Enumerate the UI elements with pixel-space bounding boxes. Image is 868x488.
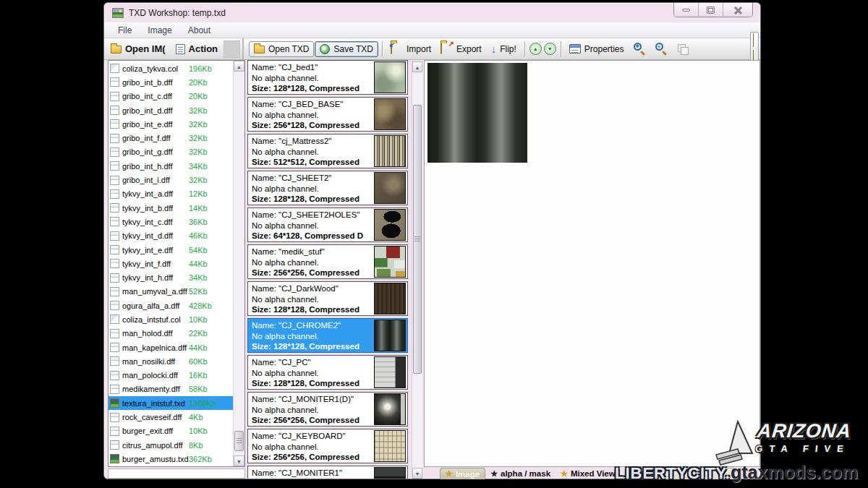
texture-thumbnail [374, 61, 406, 93]
texture-entry[interactable]: Name: "CJ_BED_BASE" No alpha channel. Si… [247, 97, 408, 132]
file-row[interactable]: gribo_int_g.dff 32Kb [109, 145, 233, 159]
file-row[interactable]: burger_exit.dff 10Kb [109, 424, 233, 438]
texture-entry[interactable]: Name: "CJ_bed1" No alpha channel. Size: … [247, 60, 408, 95]
file-name: man_umyval_a.dff [122, 287, 189, 296]
titlebar[interactable]: TXD Workshop: temp.txd [104, 3, 760, 22]
close-button[interactable] [723, 3, 752, 17]
texture-list-scrollbar[interactable]: ▲ ▼ [412, 61, 422, 479]
menu-item[interactable]: File [111, 24, 139, 37]
texture-size-info: Size: 256*128, Compressed [252, 120, 372, 131]
file-row[interactable]: man_umyval_a.dff 52Kb [109, 285, 233, 299]
scroll-up-arrow[interactable]: ▲ [412, 61, 422, 72]
file-row[interactable]: gribo_int_e.dff 32Kb [109, 117, 233, 131]
file-row[interactable]: medikamenty.dff 58Kb [109, 382, 233, 396]
texture-entry[interactable]: Name: "CJ_DarkWood" No alpha channel. Si… [247, 281, 408, 316]
texture-entry[interactable]: Name: "CJ_MONITER1(D)" No alpha channel.… [247, 392, 408, 427]
menu-item[interactable]: Image [140, 24, 179, 37]
open-txd-button[interactable]: Open TXD [249, 41, 314, 57]
file-row[interactable]: tykvy_int_b.dff 14Kb [109, 201, 233, 215]
scroll-down-arrow[interactable]: ▼ [234, 455, 244, 466]
file-row[interactable]: gribo_int_h.dff 34Kb [109, 159, 233, 173]
maximize-button[interactable] [699, 3, 723, 17]
file-row[interactable]: gribo_int_i.dff 32Kb [109, 173, 233, 187]
file-type-icon [110, 176, 119, 185]
texture-alpha-info: No alpha channel. [252, 221, 372, 231]
action-button[interactable]: Action [171, 41, 222, 56]
menu-item[interactable]: About [181, 24, 218, 37]
scroll-up-arrow[interactable]: ▲ [234, 61, 244, 72]
close-icon [733, 6, 743, 14]
file-row[interactable]: tykvy_int_a.dff 12Kb [109, 187, 233, 201]
zoom-in-button[interactable]: + [629, 40, 650, 57]
export-button[interactable]: ↗ Export [436, 41, 486, 56]
preview-tab[interactable]: ★ Mixed View [556, 468, 621, 479]
down-triangle-icon: ▼ [548, 46, 553, 51]
scroll-down-arrow[interactable]: ▼ [412, 468, 422, 479]
move-down-button[interactable]: ▼ [544, 43, 556, 55]
open-img-button[interactable]: Open IM( [106, 41, 170, 56]
texture-entry[interactable]: Name: "cj_Mattress2" No alpha channel. S… [247, 134, 408, 168]
file-row[interactable]: ogura_alfa_a.dff 428Kb [109, 299, 233, 312]
file-name: tykvy_int_c.dff [122, 218, 189, 226]
texture-entry[interactable]: Name: "CJ_PC" No alpha channel. Size: 12… [247, 355, 408, 390]
file-row[interactable]: coliza_intstuf.col 10Kb [109, 312, 233, 326]
file-row[interactable]: burger_amustu.txd 362Kb [109, 452, 233, 466]
file-list-scrollbar[interactable]: ▲ ▼ [233, 61, 244, 466]
file-row[interactable]: rock_caveseif.dff 4Kb [109, 410, 233, 424]
duplicate-button[interactable] [673, 41, 693, 56]
file-row[interactable]: gribo_int_f.dff 32Kb [109, 131, 233, 145]
flip-button[interactable]: ↓ Flip! [487, 41, 521, 56]
file-row[interactable]: gribo_int_b.dff 20Kb [109, 75, 233, 89]
file-row[interactable]: citrus_amupol.dff 8Kb [109, 438, 233, 452]
texture-preview-image[interactable] [427, 63, 527, 163]
zoom-out-button[interactable]: - [651, 40, 672, 57]
file-row[interactable]: gribo_int_d.dff 32Kb [109, 103, 233, 117]
zoom-out-icon: - [655, 43, 668, 55]
texture-entry[interactable]: Name: "CJ_SHEET2HOLES" No alpha channel.… [247, 207, 408, 242]
file-row[interactable]: textura_intstuf.txd 1368Kb [109, 396, 233, 410]
scroll-thumb[interactable] [234, 431, 244, 451]
file-name: burger_amustu.txd [122, 455, 189, 463]
file-row[interactable]: coliza_tykva.col 196Kb [109, 61, 233, 75]
texture-name: Name: "CJ_PC" [252, 357, 372, 368]
texture-entry[interactable]: Name: "CJ_KEYBOARD" No alpha channel. Si… [247, 429, 408, 463]
texture-size-info: Size: 128*128, Compressed [252, 304, 372, 315]
file-row[interactable]: man_kapelnica.dff 44Kb [109, 341, 233, 354]
texture-entry[interactable]: Name: "CJ_SHEET2" No alpha channel. Size… [247, 171, 408, 205]
file-type-icon [110, 217, 119, 226]
action-label: Action [189, 43, 218, 54]
scroll-thumb[interactable] [413, 105, 422, 374]
file-type-icon [110, 106, 119, 115]
texture-entry[interactable]: Name: "medik_stuf" No alpha channel. Siz… [247, 244, 408, 279]
toolbar-separator [561, 41, 561, 57]
texture-entry[interactable]: Name: "CJ_CHROME2" No alpha channel. Siz… [247, 318, 408, 353]
file-row[interactable]: tykvy_int_e.dff 54Kb [109, 243, 233, 257]
file-row[interactable]: tykvy_int_h.dff 34Kb [109, 270, 233, 284]
preview-tab[interactable]: ★ alpha / mask [485, 468, 556, 479]
file-row[interactable]: gribo_int_c.dff 20Kb [109, 90, 233, 103]
file-row[interactable]: man_nosilki.dff 60Kb [109, 354, 233, 368]
texture-name: Name: "CJ_MONITER1(D)" [252, 394, 372, 405]
file-row[interactable]: tykvy_int_d.dff 46Kb [109, 229, 233, 243]
properties-button[interactable]: Properties [565, 42, 629, 56]
texture-name: Name: "CJ_DarkWood" [252, 283, 372, 294]
file-type-icon [110, 371, 119, 380]
texture-size-info: Size: 512*512, Compressed [252, 157, 372, 168]
zoom-in-icon: + [634, 43, 646, 55]
minimize-button[interactable] [674, 3, 699, 17]
file-row[interactable]: man_polocki.dff 16Kb [109, 369, 233, 382]
arizona-subtitle: GTA FIVE [755, 443, 851, 454]
file-row[interactable]: man_holod.dff 22Kb [109, 327, 233, 341]
import-button[interactable]: ↙ Import [386, 41, 435, 56]
file-row[interactable]: tykvy_int_f.dff 44Kb [109, 257, 233, 270]
file-list: coliza_tykva.col 196Kb gribo_int_b.dff 2… [108, 60, 245, 467]
texture-name: Name: "cj_Mattress2" [252, 136, 372, 147]
texture-name: Name: "medik_stuf" [252, 247, 372, 257]
move-up-button[interactable]: ▲ [529, 43, 542, 55]
preview-tab[interactable]: ★ Image [440, 468, 485, 479]
save-txd-button[interactable]: Save TXD [315, 41, 378, 57]
file-row[interactable]: tykvy_int_c.dff 36Kb [109, 215, 233, 228]
texture-name: Name: "CJ_SHEET2HOLES" [252, 210, 372, 221]
file-name: man_holod.dff [122, 329, 189, 338]
texture-entry[interactable]: Name: "CJ_MONITER1" No alpha channel. [247, 466, 408, 479]
